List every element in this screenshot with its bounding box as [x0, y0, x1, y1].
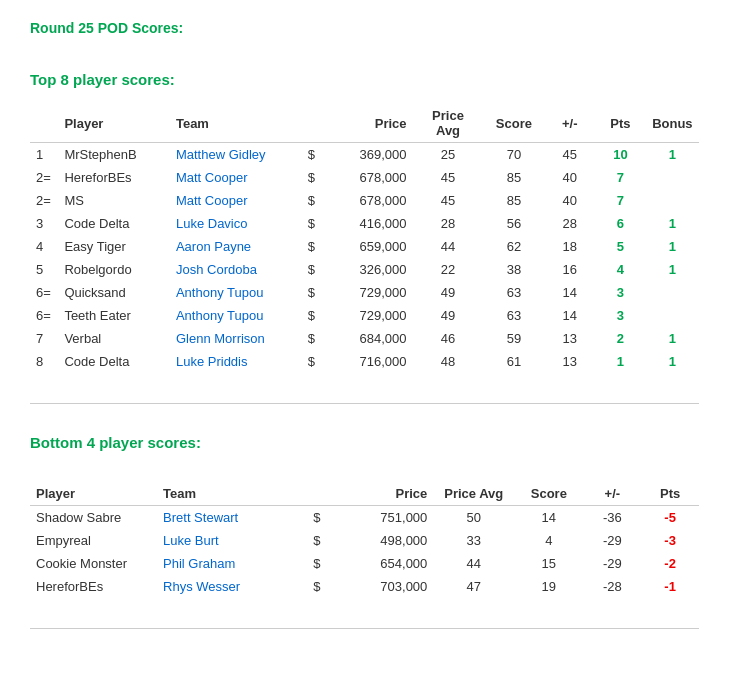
cell-pts: 3	[595, 281, 646, 304]
cell-rank: 7	[30, 327, 58, 350]
cell-team: Aaron Payne	[170, 235, 302, 258]
cell-score: 85	[484, 189, 545, 212]
top-section-title: Top 8 player scores:	[30, 71, 699, 88]
cell-price: 369,000	[321, 143, 412, 167]
cell-priceavg: 28	[413, 212, 484, 235]
cell-score: 70	[484, 143, 545, 167]
cell-player: HereforBEs	[30, 575, 157, 598]
table-row: Empyreal Luke Burt $ 498,000 33 4 -29 -3	[30, 529, 699, 552]
cell-team: Phil Graham	[157, 552, 307, 575]
team-link[interactable]: Rhys Wesser	[163, 579, 240, 594]
cell-bonus	[646, 304, 699, 327]
team-link[interactable]: Anthony Tupou	[176, 285, 263, 300]
header-plusminus: +/-	[544, 104, 595, 143]
cell-bonus: 1	[646, 143, 699, 167]
cell-score: 63	[484, 304, 545, 327]
cell-pts: -2	[641, 552, 699, 575]
cell-plusminus: 13	[544, 327, 595, 350]
cell-priceavg: 47	[433, 575, 514, 598]
header-bonus: Bonus	[646, 104, 699, 143]
team-link[interactable]: Josh Cordoba	[176, 262, 257, 277]
cell-player: Code Delta	[58, 212, 170, 235]
cell-team: Luke Davico	[170, 212, 302, 235]
header-player: Player	[58, 104, 170, 143]
bheader-price: Price	[329, 482, 433, 506]
cell-team: Glenn Morrison	[170, 327, 302, 350]
team-link[interactable]: Matthew Gidley	[176, 147, 266, 162]
table-row: 4 Easy Tiger Aaron Payne $ 659,000 44 62…	[30, 235, 699, 258]
table-row: Cookie Monster Phil Graham $ 654,000 44 …	[30, 552, 699, 575]
header-team: Team	[170, 104, 302, 143]
cell-dollar: $	[302, 189, 322, 212]
bheader-player: Player	[30, 482, 157, 506]
table-row: HereforBEs Rhys Wesser $ 703,000 47 19 -…	[30, 575, 699, 598]
cell-score: 14	[514, 506, 583, 530]
cell-team: Luke Priddis	[170, 350, 302, 373]
team-link[interactable]: Matt Cooper	[176, 170, 248, 185]
header-rank	[30, 104, 58, 143]
cell-price: 678,000	[321, 189, 412, 212]
cell-player: Code Delta	[58, 350, 170, 373]
cell-pts: -3	[641, 529, 699, 552]
cell-player: Easy Tiger	[58, 235, 170, 258]
team-link[interactable]: Aaron Payne	[176, 239, 251, 254]
cell-rank: 4	[30, 235, 58, 258]
cell-priceavg: 45	[413, 189, 484, 212]
cell-pts: -1	[641, 575, 699, 598]
cell-plusminus: -29	[583, 552, 641, 575]
bottom-section-title: Bottom 4 player scores:	[30, 434, 699, 451]
cell-price: 729,000	[321, 304, 412, 327]
top-table-header: Player Team Price Price Avg Score +/- Pt…	[30, 104, 699, 143]
header-price: Price	[321, 104, 412, 143]
cell-price: 659,000	[321, 235, 412, 258]
table-row: 6= Teeth Eater Anthony Tupou $ 729,000 4…	[30, 304, 699, 327]
header-spacer	[302, 104, 322, 143]
cell-score: 59	[484, 327, 545, 350]
cell-pts: 2	[595, 327, 646, 350]
cell-priceavg: 44	[413, 235, 484, 258]
cell-priceavg: 49	[413, 304, 484, 327]
team-link[interactable]: Glenn Morrison	[176, 331, 265, 346]
table-row: 3 Code Delta Luke Davico $ 416,000 28 56…	[30, 212, 699, 235]
bheader-plusminus: +/-	[583, 482, 641, 506]
team-link[interactable]: Luke Burt	[163, 533, 219, 548]
cell-dollar: $	[302, 166, 322, 189]
team-link[interactable]: Phil Graham	[163, 556, 235, 571]
cell-player: Verbal	[58, 327, 170, 350]
cell-player: Empyreal	[30, 529, 157, 552]
cell-pts: -5	[641, 506, 699, 530]
cell-dollar: $	[302, 304, 322, 327]
cell-rank: 2=	[30, 166, 58, 189]
cell-dollar: $	[302, 143, 322, 167]
cell-score: 15	[514, 552, 583, 575]
header-pts: Pts	[595, 104, 646, 143]
cell-player: Teeth Eater	[58, 304, 170, 327]
team-link[interactable]: Matt Cooper	[176, 193, 248, 208]
section-divider-1	[30, 403, 699, 404]
table-row: 2= MS Matt Cooper $ 678,000 45 85 40 7	[30, 189, 699, 212]
cell-pts: 7	[595, 189, 646, 212]
cell-bonus	[646, 189, 699, 212]
table-row: 8 Code Delta Luke Priddis $ 716,000 48 6…	[30, 350, 699, 373]
team-link[interactable]: Luke Priddis	[176, 354, 248, 369]
team-link[interactable]: Anthony Tupou	[176, 308, 263, 323]
bheader-pts: Pts	[641, 482, 699, 506]
cell-score: 4	[514, 529, 583, 552]
cell-plusminus: 28	[544, 212, 595, 235]
top-scores-table: Player Team Price Price Avg Score +/- Pt…	[30, 104, 699, 373]
cell-score: 62	[484, 235, 545, 258]
cell-pts: 6	[595, 212, 646, 235]
team-link[interactable]: Brett Stewart	[163, 510, 238, 525]
cell-rank: 3	[30, 212, 58, 235]
cell-score: 56	[484, 212, 545, 235]
cell-plusminus: 13	[544, 350, 595, 373]
cell-price: 654,000	[329, 552, 433, 575]
cell-pts: 5	[595, 235, 646, 258]
cell-priceavg: 25	[413, 143, 484, 167]
cell-rank: 6=	[30, 281, 58, 304]
cell-price: 751,000	[329, 506, 433, 530]
bheader-priceavg: Price Avg	[433, 482, 514, 506]
cell-plusminus: -36	[583, 506, 641, 530]
team-link[interactable]: Luke Davico	[176, 216, 248, 231]
cell-player: Quicksand	[58, 281, 170, 304]
